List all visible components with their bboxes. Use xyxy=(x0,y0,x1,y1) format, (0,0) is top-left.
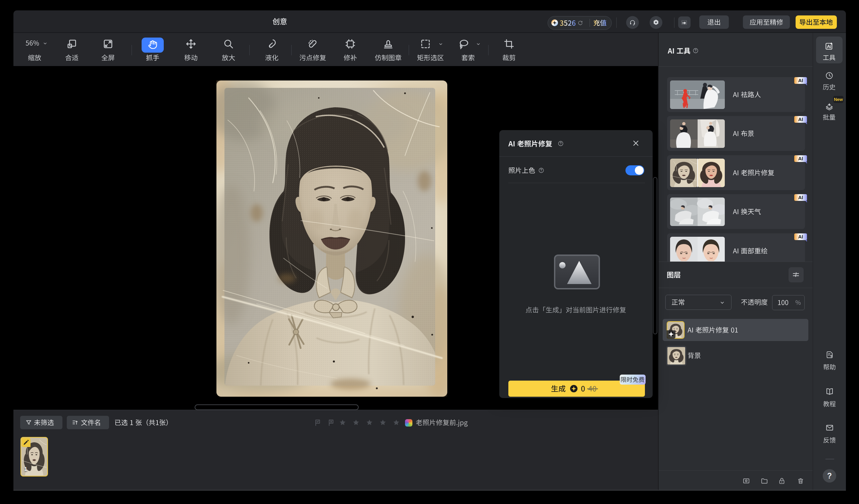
svg-text:AI: AI xyxy=(798,78,803,83)
svg-text:AI: AI xyxy=(798,117,803,122)
svg-text:AI: AI xyxy=(798,234,803,239)
svg-text:AI: AI xyxy=(798,156,803,161)
svg-text:AI: AI xyxy=(798,195,803,200)
